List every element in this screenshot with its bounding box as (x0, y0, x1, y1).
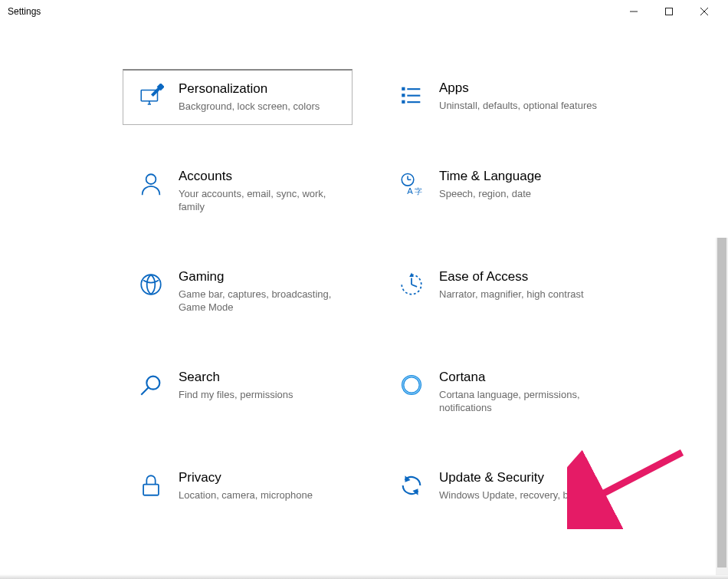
card-title: Accounts (179, 169, 338, 184)
card-desc: Narrator, magnifier, high contrast (439, 288, 584, 301)
svg-text:字: 字 (415, 186, 422, 195)
card-desc: Background, lock screen, colors (179, 100, 320, 113)
card-title: Privacy (179, 470, 313, 485)
cortana-icon (398, 371, 425, 399)
close-icon (700, 8, 708, 15)
svg-rect-1 (666, 8, 673, 15)
card-privacy[interactable]: Privacy Location, camera, microphone (123, 459, 353, 514)
svg-rect-9 (407, 88, 420, 90)
svg-rect-12 (402, 100, 405, 104)
search-icon (137, 371, 165, 399)
card-gaming[interactable]: Gaming Game bar, captures, broadcasting,… (123, 258, 353, 326)
minimize-button[interactable] (616, 0, 651, 23)
card-title: Personalization (179, 81, 320, 97)
window-title: Settings (6, 6, 616, 17)
apps-icon (398, 82, 425, 110)
card-accounts[interactable]: Accounts Your accounts, email, sync, wor… (123, 157, 353, 225)
maximize-icon (665, 8, 673, 15)
card-desc: Location, camera, microphone (179, 489, 313, 502)
svg-line-23 (412, 285, 417, 287)
card-title: Search (179, 370, 293, 385)
card-ease-of-access[interactable]: Ease of Access Narrator, magnifier, high… (383, 258, 613, 326)
ease-of-access-icon (398, 271, 425, 298)
scrollbar-thumb[interactable] (717, 238, 726, 567)
card-desc: Find my files, permissions (179, 388, 293, 402)
card-time-language[interactable]: A 字 Time & Language Speech, region, date (383, 157, 613, 225)
card-title: Ease of Access (439, 269, 584, 285)
card-desc: Game bar, captures, broadcasting, Game M… (179, 288, 338, 314)
svg-rect-8 (402, 87, 405, 90)
window-controls (616, 0, 722, 23)
update-security-icon (398, 472, 425, 499)
card-title: Apps (439, 81, 597, 96)
svg-point-14 (146, 174, 156, 184)
svg-point-15 (402, 173, 414, 186)
svg-rect-13 (407, 101, 420, 103)
card-title: Time & Language (439, 169, 542, 184)
svg-text:A: A (407, 186, 413, 195)
svg-point-27 (403, 376, 421, 393)
card-desc: Uninstall, defaults, optional features (439, 99, 597, 113)
svg-point-24 (146, 376, 159, 389)
maximize-button[interactable] (651, 0, 687, 23)
card-search[interactable]: Search Find my files, permissions (123, 358, 353, 426)
privacy-icon (137, 472, 165, 499)
personalization-icon (137, 83, 165, 110)
card-desc: Speech, region, date (439, 187, 542, 201)
bottom-shadow (0, 574, 728, 579)
close-button[interactable] (687, 0, 722, 23)
settings-grid: Personalization Background, lock screen,… (0, 23, 728, 513)
card-title: Update & Security (439, 470, 595, 485)
card-desc: Windows Update, recovery, backup (439, 489, 595, 502)
title-bar: Settings (0, 0, 728, 23)
gaming-icon (137, 271, 165, 298)
time-language-icon: A 字 (398, 170, 425, 198)
card-cortana[interactable]: Cortana Cortana language, permissions, n… (383, 358, 613, 426)
card-desc: Cortana language, permissions, notificat… (439, 388, 598, 415)
card-desc: Your accounts, email, sync, work, family (179, 187, 338, 214)
svg-rect-28 (143, 484, 159, 495)
svg-point-20 (141, 275, 161, 294)
card-personalization[interactable]: Personalization Background, lock screen,… (123, 69, 353, 125)
card-apps[interactable]: Apps Uninstall, defaults, optional featu… (383, 69, 613, 125)
minimize-icon (630, 8, 638, 15)
card-update-security[interactable]: Update & Security Windows Update, recove… (383, 459, 613, 514)
svg-line-25 (141, 387, 148, 394)
scrollbar[interactable] (716, 238, 728, 575)
card-title: Cortana (439, 370, 598, 385)
card-title: Gaming (179, 269, 338, 285)
svg-rect-10 (402, 94, 405, 97)
accounts-icon (137, 170, 165, 198)
svg-rect-11 (407, 95, 420, 97)
